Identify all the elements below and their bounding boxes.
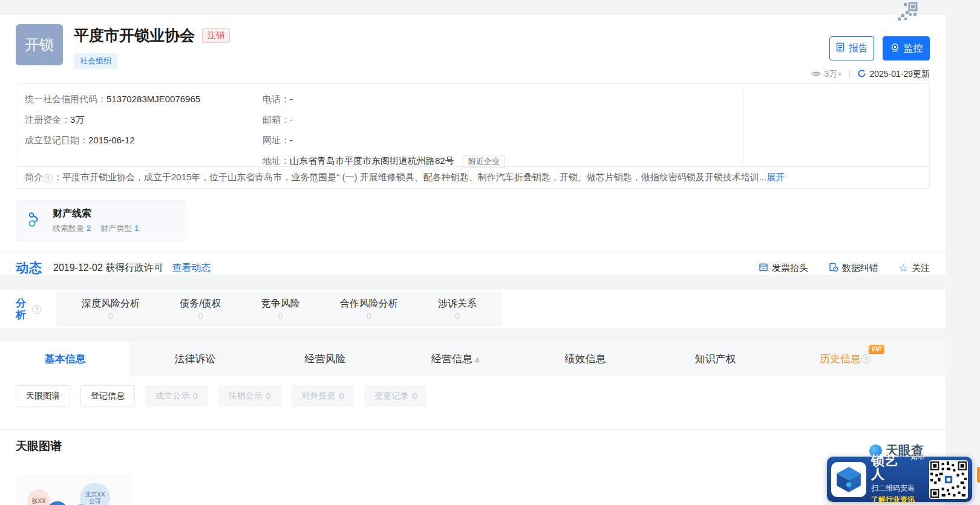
info-field-website: 网址：- [263, 130, 921, 151]
vip-badge: VIP [869, 345, 884, 354]
app-install-hint: 扫二维码安装 [871, 483, 924, 494]
subtab-change-records: 变更记录 0 [364, 385, 427, 407]
subtab-registration-info[interactable]: 登记信息 [80, 385, 135, 407]
monitor-button-label: 监控 [904, 42, 923, 55]
sub-tab-row: 天眼图谱 登记信息 成立公示 0 注销公示 0 对外投资 0 变更记录 0 [0, 376, 946, 429]
status-badge: 注销 [202, 28, 230, 43]
graph-preview-card[interactable]: 张XX 北京XX公司 [16, 476, 131, 505]
intro-label: 简介 [25, 172, 43, 182]
data-correction-action[interactable]: 数据纠错 [829, 262, 878, 274]
info-field-registered-capital: 注册资金：3万 [25, 109, 200, 130]
gray-gap [0, 328, 980, 342]
main-tabs-section: 基本信息 法律诉讼 经营风险 经营信息 4 绩效信息 知识产权 历史信息 ? V… [0, 342, 946, 430]
tab-intellectual-property[interactable]: 知识产权 [650, 342, 780, 376]
info-field-credit-code: 统一社会信用代码：51370283MJE0076965 [25, 89, 200, 109]
data-correction-icon [829, 262, 838, 274]
corner-qr-fragment[interactable] [889, 1, 920, 27]
news-row: 动态 2019-12-02 获得行政许可 查看动态 发票抬头 数据纠错 ☆ 关注 [0, 252, 946, 284]
history-help-icon[interactable]: ? [861, 354, 871, 363]
tianyan-graph-section: 天眼图谱 张XX 北京XX公司 [0, 430, 946, 505]
news-latest-text: 2019-12-02 获得行政许可 [53, 262, 163, 275]
property-clue-card[interactable]: 财产线索 线索数量2 财产类型1 [16, 200, 186, 241]
refresh-icon [857, 69, 866, 80]
app-platform-label: APP [911, 454, 924, 461]
graph-node-company[interactable]: 北京XX公司 [80, 483, 110, 505]
view-count-value: 3万+ [824, 69, 842, 80]
tab-basic-info[interactable]: 基本信息 [0, 342, 130, 376]
app-logo [831, 462, 866, 497]
main-tab-bar: 基本信息 法律诉讼 经营风险 经营信息 4 绩效信息 知识产权 历史信息 ? V… [0, 342, 946, 376]
tab-legal-litigation[interactable]: 法律诉讼 [130, 342, 260, 376]
property-type-value[interactable]: 1 [134, 224, 139, 233]
star-icon: ☆ [899, 262, 908, 275]
analysis-item-cooperation-risk[interactable]: 合作风险分析 0 [340, 298, 398, 321]
analysis-help-icon[interactable]: ? [32, 305, 41, 314]
clue-count-value[interactable]: 2 [87, 224, 91, 233]
intro-text: 平度市开锁业协会，成立于2015年，位于山东省青岛市，业务范围是“ (一) 开展… [62, 172, 766, 182]
expand-intro-link[interactable]: 展开 [766, 172, 785, 182]
tab-history-info[interactable]: 历史信息 ? VIP [780, 342, 910, 376]
page-title: 平度市开锁业协会 [74, 25, 195, 45]
side-float-button-fragment[interactable] [977, 467, 980, 483]
tab-business-info[interactable]: 经营信息 4 [390, 342, 520, 376]
app-promo-banner[interactable]: 锁艺人 APP 扫二维码安装 了解行业资讯 [827, 457, 972, 502]
view-counter: 3万+ [811, 69, 842, 80]
analysis-item-litigation[interactable]: 涉诉关系 0 [438, 298, 477, 321]
monitor-button[interactable]: 监控 [883, 36, 930, 60]
property-type-stat: 财产类型1 [100, 223, 139, 234]
info-field-phone: 电话：- [263, 89, 921, 109]
clue-card-title: 财产线索 [53, 207, 139, 220]
analysis-item-competition-risk[interactable]: 竞争风险 0 [261, 298, 300, 321]
company-header-section: 开锁 平度市开锁业协会 注销 社会组织 报告 监控 [0, 15, 946, 275]
report-icon [835, 42, 845, 54]
report-button-label: 报告 [849, 42, 868, 55]
company-logo-text: 开锁 [25, 35, 54, 54]
subtab-outbound-investment: 对外投资 0 [292, 385, 354, 407]
company-logo: 开锁 [16, 24, 63, 65]
top-gray-strip [0, 0, 980, 15]
clue-count-stat: 线索数量2 [53, 223, 91, 234]
view-news-link[interactable]: 查看动态 [172, 262, 211, 275]
cube-logo-icon [835, 466, 862, 494]
app-qr-code[interactable] [929, 460, 968, 499]
org-type-tag[interactable]: 社会组织 [74, 53, 117, 69]
eye-icon [811, 70, 821, 79]
analysis-items-box: 深度风险分析 0 债务/债权 0 竞争风险 0 合作风险分析 0 涉诉关系 0 [56, 292, 502, 327]
follow-action[interactable]: ☆ 关注 [899, 262, 930, 275]
subtab-establish-notice: 成立公示 0 [145, 385, 208, 407]
subtab-cancel-notice: 注销公示 0 [218, 385, 281, 407]
graph-node-person[interactable]: 张XX [27, 489, 50, 505]
tab-performance-info[interactable]: 绩效信息 [520, 342, 650, 376]
webcam-icon [890, 42, 900, 55]
update-date-text: 2025-01-29更新 [869, 69, 930, 80]
invoice-title-action[interactable]: 发票抬头 [759, 262, 808, 274]
intro-help-icon[interactable]: ? [44, 174, 53, 183]
app-info-hint: 了解行业资讯 [871, 495, 924, 505]
analysis-item-debt[interactable]: 债务/债权 0 [180, 298, 221, 321]
graph-section-title: 天眼图谱 [16, 438, 930, 454]
news-logo: 动态 [16, 259, 42, 276]
company-intro: 简介?：平度市开锁业协会，成立于2015年，位于山东省青岛市，业务范围是“ (一… [16, 166, 929, 189]
invoice-icon [759, 262, 768, 274]
tab-business-info-count: 4 [475, 356, 479, 365]
info-field-establish-date: 成立登记日期：2015-06-12 [25, 130, 200, 151]
info-column-divider [743, 90, 744, 163]
meta-divider [849, 71, 850, 78]
subtab-tianyan-graph[interactable]: 天眼图谱 [16, 385, 70, 407]
tab-operation-risk[interactable]: 经营风险 [260, 342, 390, 376]
company-info-box: 统一社会信用代码：51370283MJE0076965 注册资金：3万 成立登记… [16, 83, 930, 189]
update-info: 2025-01-29更新 [857, 69, 930, 80]
app-name: 锁艺人 [871, 454, 909, 481]
analysis-logo: 分析 [16, 298, 28, 321]
clue-link-icon [26, 210, 44, 231]
analysis-item-deep-risk[interactable]: 深度风险分析 0 [82, 298, 140, 321]
analysis-section: 分析 ? 深度风险分析 0 债务/债权 0 竞争风险 0 合作风险分析 0 涉诉… [0, 290, 946, 328]
info-field-email: 邮箱：- [263, 109, 921, 130]
report-button[interactable]: 报告 [829, 36, 874, 60]
